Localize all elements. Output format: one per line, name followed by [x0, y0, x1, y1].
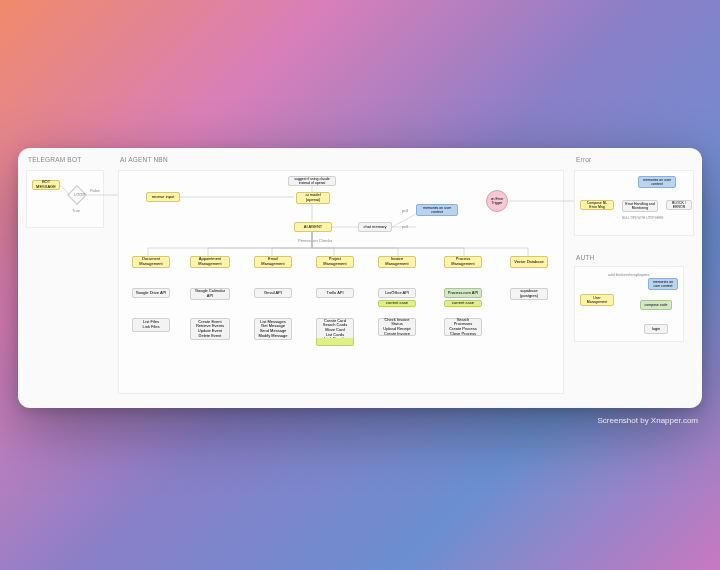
node-receive-input[interactable]: receive input [146, 192, 180, 202]
diagram-card: TELEGRAM BOT BOT MESSAGE LOOP False True… [18, 148, 702, 408]
api-lexoffice[interactable]: LexOffice API [378, 288, 416, 298]
ops-appt[interactable]: Create Event Retrieve Events Update Even… [190, 318, 230, 340]
cat-appointment[interactable]: Appointment Management [190, 256, 230, 268]
section-title-telegram: TELEGRAM BOT [28, 156, 81, 163]
label-false: False [90, 188, 100, 193]
node-chat-memory[interactable]: chat memory [358, 222, 392, 232]
ops-inv[interactable]: Check Invoice Status Upload Receipt Crea… [378, 318, 416, 336]
auth-memories[interactable]: memories on user context [648, 278, 678, 290]
api-lexoffice-highlight[interactable]: current case [378, 300, 416, 307]
err-handling[interactable]: Error Handling and Monitoring [622, 200, 658, 212]
panel-telegram [26, 170, 104, 228]
cat-process[interactable]: Process Management [444, 256, 482, 268]
node-suggest[interactable]: suggest if using claude instead of opena… [288, 176, 336, 186]
section-title-auth: AUTH [576, 254, 595, 261]
auth-compose[interactable]: compose code [640, 300, 672, 310]
node-memories[interactable]: memories on user context [416, 204, 458, 216]
label-loop: LOOP [74, 192, 85, 197]
api-process[interactable]: Process.com API [444, 288, 482, 298]
section-title-error: Error [576, 156, 591, 163]
label-pull2: pull [402, 224, 408, 229]
ops-proj-highlight [316, 338, 354, 346]
cat-email[interactable]: Email Management [254, 256, 292, 268]
cat-project[interactable]: Project Management [316, 256, 354, 268]
api-gmail[interactable]: Gmail API [254, 288, 292, 298]
auth-login[interactable]: login [644, 324, 668, 334]
api-gdrive[interactable]: Google Drive API [132, 288, 170, 298]
err-compose[interactable]: Compose NL Error Msg [580, 200, 614, 210]
label-true: True [72, 208, 80, 213]
api-supabase[interactable]: supabase (postgres) [510, 288, 548, 300]
cat-vector[interactable]: Vector Database [510, 256, 548, 268]
auth-add: add brokers/employees [608, 272, 650, 277]
err-memories[interactable]: memories on user context [638, 176, 676, 188]
attribution: Screenshot by Xnapper.com [597, 416, 698, 425]
node-bot-message[interactable]: BOT MESSAGE [32, 180, 60, 190]
err-block[interactable]: BLOCK / ERROR [666, 200, 692, 210]
section-title-agent: AI AGENT NBN [120, 156, 168, 163]
ops-email[interactable]: List Messages Get Message Send Message M… [254, 318, 292, 340]
cat-invoice[interactable]: Invoice Management [378, 256, 416, 268]
err-note: NULL OPS WITH LOOP HERE [622, 216, 664, 220]
api-gcal[interactable]: Google Calendar API [190, 288, 230, 300]
api-process-highlight[interactable]: current case [444, 300, 482, 307]
ops-proc[interactable]: Search Processes Create Process Close Pr… [444, 318, 482, 336]
node-error-trigger-circle[interactable]: on Error Trigger [486, 190, 508, 212]
label-permission: Permission Checks [298, 238, 332, 243]
api-trello[interactable]: Trello API [316, 288, 354, 298]
label-pull1: pull [402, 208, 408, 213]
auth-user-mgmt[interactable]: User Management [580, 294, 614, 306]
node-ai-agent[interactable]: AI AGENT [294, 222, 332, 232]
cat-document[interactable]: Document Management [132, 256, 170, 268]
ops-doc[interactable]: List Files Link Files [132, 318, 170, 332]
node-ai-model[interactable]: ai model (openai) [296, 192, 330, 204]
